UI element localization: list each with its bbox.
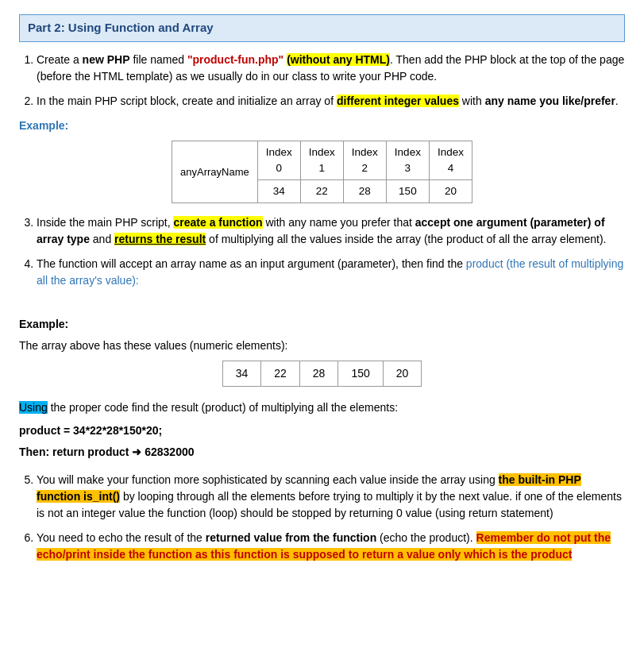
vrow-28: 28	[299, 361, 338, 387]
array-table-container: anyArrayName Index0 Index1 Index2 Index3…	[19, 141, 625, 204]
any-name-label: any name you like/prefer	[485, 94, 615, 107]
no-html-label: (without any HTML)	[287, 53, 390, 66]
val-150: 150	[386, 180, 429, 203]
table-header-row: anyArrayName Index0 Index1 Index2 Index3…	[172, 141, 472, 180]
returns-result-label: returns the result	[114, 233, 206, 245]
list-item-2: In the main PHP script block, create and…	[37, 93, 625, 110]
part-title: Part 2: Using Function and Array	[28, 21, 214, 34]
val-34: 34	[257, 180, 300, 203]
create-func-label: create a function	[173, 216, 262, 229]
values-row: 34 22 28 150 20	[222, 361, 422, 387]
vrow-34: 34	[222, 361, 261, 387]
val-22: 22	[300, 180, 343, 203]
vrow-20: 20	[383, 361, 422, 387]
array-name-cell: anyArrayName	[172, 141, 258, 203]
vrow-150: 150	[338, 361, 383, 387]
product-desc: (the result of multiplying all the array…	[37, 257, 623, 287]
part-header: Part 2: Using Function and Array	[19, 14, 625, 42]
vrow-22: 22	[261, 361, 300, 387]
product-line: product = 34*22*28*150*20;	[19, 422, 625, 439]
second-list: Inside the main PHP script, create a fun…	[37, 214, 625, 289]
list-item-1: Create a new PHP file named "product-fun…	[37, 52, 625, 85]
list-item-3: Inside the main PHP script, create a fun…	[37, 214, 625, 248]
array-table: anyArrayName Index0 Index1 Index2 Index3…	[172, 141, 472, 204]
example-2-desc: The array above has these values (numeri…	[19, 338, 625, 354]
index-4-header: Index4	[429, 141, 472, 180]
index-1-header: Index1	[300, 141, 343, 180]
index-0-header: Index0	[257, 141, 300, 180]
using-line: Using the proper code find the result (p…	[19, 399, 625, 416]
example-1-label: Example:	[19, 118, 625, 134]
val-28: 28	[343, 180, 386, 203]
values-table: 34 22 28 150 20	[222, 361, 422, 387]
using-word: Using	[19, 401, 48, 414]
find-result-text: the proper code find the result (product…	[48, 401, 398, 414]
list-item-6: You need to echo the result of the retur…	[37, 530, 625, 563]
new-php-label: new PHP	[83, 53, 130, 66]
product-formula: product = 34*22*28*150*20;	[19, 424, 162, 437]
product-link: product	[466, 257, 503, 270]
main-list: Create a new PHP file named "product-fun…	[37, 52, 625, 110]
list-item-4: The function will accept an array name a…	[37, 256, 625, 289]
example-2-label: Example:	[19, 316, 625, 333]
values-table-container: 34 22 28 150 20	[19, 361, 625, 387]
diff-int-label: different integer values	[337, 94, 459, 107]
returned-value-label: returned value from the function	[206, 531, 376, 544]
index-2-header: Index2	[343, 141, 386, 180]
index-3-header: Index3	[386, 141, 429, 180]
val-20: 20	[429, 180, 472, 203]
filename-label: "product-fun.php"	[187, 53, 283, 66]
third-list: You will make your function more sophist…	[37, 472, 625, 563]
then-line: Then: return product ➜ 62832000	[19, 444, 625, 461]
is-int-label: the built-in PHP function is_int()	[37, 473, 581, 503]
then-text: Then: return product ➜ 62832000	[19, 446, 195, 458]
list-item-5: You will make your function more sophist…	[37, 472, 625, 522]
